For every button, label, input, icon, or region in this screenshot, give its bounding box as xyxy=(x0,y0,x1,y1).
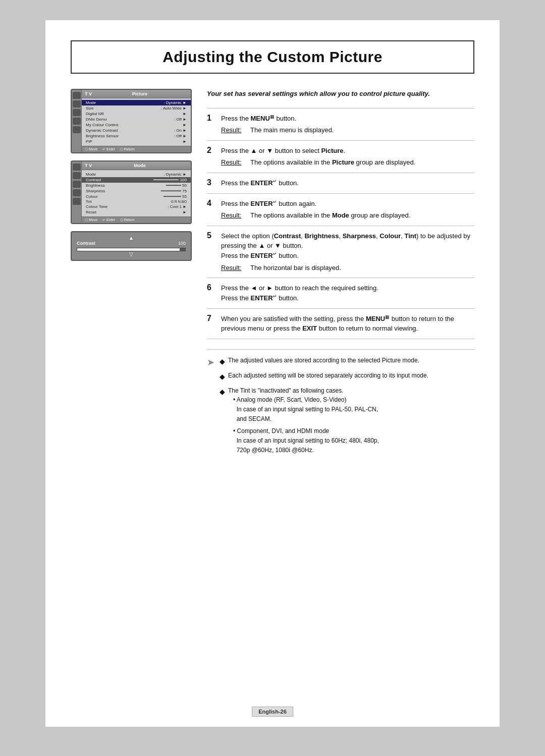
mode-bold: Mode xyxy=(332,211,349,219)
tv-menu2-row-tint-labels: Tint G R N BO xyxy=(82,199,191,204)
tv-menu2-row-colour: Colour ━━━━━━━ 55 xyxy=(82,194,191,199)
tint-bold: Tint xyxy=(404,232,416,240)
note-diamond-1: ◆ xyxy=(220,356,225,367)
tv-menu2-row-reset: Reset ► xyxy=(82,209,191,215)
footer2-return: ⬡ Return xyxy=(120,218,135,222)
tv-icon-2-1 xyxy=(73,164,81,171)
tv-icon-5 xyxy=(73,126,81,133)
row-label: Colour Tone xyxy=(86,204,107,209)
row-label: Brightness xyxy=(86,183,105,188)
tv-icon-1 xyxy=(73,92,81,99)
row-value: ━━━━━━ 50 xyxy=(166,183,187,188)
step-content-2: Press the ▲ or ▼ button to select Pictur… xyxy=(221,140,474,173)
notes-content: ◆ The adjusted values are stored accordi… xyxy=(220,356,474,459)
row-arrow: ► xyxy=(183,123,187,127)
contrast-label: Contrast xyxy=(77,241,95,246)
menu-bold-1: MENU xyxy=(251,115,270,122)
right-column: Your set has several settings which allo… xyxy=(207,89,474,459)
note-text-3-container: The Tint is "inactivated" as following c… xyxy=(228,386,379,455)
contrast-track xyxy=(77,248,186,251)
note-item-3: ◆ The Tint is "inactivated" as following… xyxy=(220,386,474,455)
step-content-4: Press the ENTER↵ button again. Result: T… xyxy=(221,193,474,226)
tv-menu-1-title: Picture xyxy=(92,91,188,96)
row-label: Colour xyxy=(86,194,98,199)
footer2-enter: ↵ Enter xyxy=(102,218,115,222)
enter-bold-4: ENTER xyxy=(251,200,273,207)
result-text-1: The main menu is displayed. xyxy=(250,125,334,135)
exit-bold: EXIT xyxy=(302,325,317,332)
result-text-2: The options available in the Picture gro… xyxy=(250,157,415,168)
result-label-2: Result: xyxy=(221,157,246,168)
tv-icon-4 xyxy=(73,118,81,125)
tv-menu2-row-brightness: Brightness ━━━━━━ 50 xyxy=(82,183,191,188)
row-value: : Off ► xyxy=(174,117,187,122)
left-column: T V Picture Mode : Dynamic ► Size : Auto… xyxy=(71,89,192,459)
row-label: My Colour Control xyxy=(86,123,118,127)
title-box: Adjusting the Custom Picture xyxy=(71,40,474,74)
contrast-bold: Contrast xyxy=(274,232,301,240)
note-diamond-2: ◆ xyxy=(220,371,225,382)
tv-icons-2 xyxy=(72,161,82,223)
tv-menu-2-footer: ⬡ Move ↵ Enter ⬡ Return xyxy=(82,217,191,223)
step-instruction-5: Select the option (Contrast, Brightness,… xyxy=(221,231,474,261)
tv-menu-row-mycolour: My Colour Control ► xyxy=(82,122,191,128)
step-num-4: 4 xyxy=(207,193,221,226)
tv-menu-2-body: Mode : Dynamic ► Contrast ━━━━━━━━━━ 100… xyxy=(82,170,191,217)
step-row-2: 2 Press the ▲ or ▼ button to select Pict… xyxy=(207,140,474,173)
tv-menu-1-footer: ⬡ Move ↵ Enter ⬡ Return xyxy=(82,146,191,152)
tv-menu-2: T V Mode Mode : Dynamic ► Contrast ━━━━━… xyxy=(71,160,192,224)
row-arrow: ► xyxy=(183,210,187,214)
tv-icons xyxy=(72,90,82,152)
tv-menu-row-dnie: DNIe Demo : Off ► xyxy=(82,117,191,122)
row-label: Dynamic Contrast xyxy=(86,128,118,133)
contrast-value: 100 xyxy=(178,241,186,246)
row-value: G R N BO xyxy=(171,200,187,203)
enter-bold-6: ENTER xyxy=(251,294,273,302)
step-instruction-2: Press the ▲ or ▼ button to select Pictur… xyxy=(221,146,474,156)
tv-menu-row-dnr: Digital NR ► xyxy=(82,111,191,117)
tv-menu2-row-mode: Mode : Dynamic ► xyxy=(82,172,191,177)
tv-menu-1-header: T V Picture xyxy=(82,90,191,98)
step-row-1: 1 Press the MENU▦ button. Result: The ma… xyxy=(207,108,474,140)
colour-bold: Colour xyxy=(379,232,401,240)
enter-sup-6: ↵ xyxy=(273,294,277,299)
note-item-2: ◆ Each adjusted setting will be stored s… xyxy=(220,371,474,382)
tv-icon-2-2 xyxy=(73,172,81,179)
enter-bold-3: ENTER xyxy=(251,179,273,187)
step-num-1: 1 xyxy=(207,108,221,140)
note-diamond-3: ◆ xyxy=(220,387,225,455)
enter-sup-3: ↵ xyxy=(273,179,277,184)
tv-menu-row-brightness-sensor: Brightness Sensor : Off ► xyxy=(82,133,191,139)
content-area: T V Picture Mode : Dynamic ► Size : Auto… xyxy=(71,89,474,459)
row-value: ━━━━━━━━ 75 xyxy=(161,189,187,193)
tv-icon-2-4 xyxy=(73,189,81,196)
row-value: : Dynamic ► xyxy=(164,172,187,177)
page: Adjusting the Custom Picture T V xyxy=(45,20,500,727)
tv-menu-2-content: T V Mode Mode : Dynamic ► Contrast ━━━━━… xyxy=(82,161,191,223)
step-row-5: 5 Select the option (Contrast, Brightnes… xyxy=(207,226,474,278)
intro-text: Your set has several settings which allo… xyxy=(207,89,474,99)
tv-menu-2-with-icons: T V Mode Mode : Dynamic ► Contrast ━━━━━… xyxy=(72,161,191,223)
menu-sup-1: ▦ xyxy=(270,114,275,119)
note-text-2: Each adjusted setting will be stored sep… xyxy=(228,371,474,382)
row-label: Reset xyxy=(86,210,96,214)
step-instruction-7: When you are satisfied with the setting,… xyxy=(221,314,474,334)
enter-bold-5: ENTER xyxy=(251,252,273,259)
row-label: PIP xyxy=(86,139,92,144)
note-sub-1: • Analog mode (RF, Scart, Video, S-Video… xyxy=(233,395,379,424)
tv-icon-2-3 xyxy=(73,181,81,188)
contrast-label-row: Contrast 100 xyxy=(77,241,186,246)
step-num-7: 7 xyxy=(207,308,221,339)
tv-menu-1-content: T V Picture Mode : Dynamic ► Size : Auto… xyxy=(82,90,191,152)
step-result-2: Result: The options available in the Pic… xyxy=(221,157,474,168)
sharpness-bold: Sharpness xyxy=(343,232,376,240)
tv-icon-2-5 xyxy=(73,198,81,205)
step-content-1: Press the MENU▦ button. Result: The main… xyxy=(221,108,474,140)
step-row-7: 7 When you are satisfied with the settin… xyxy=(207,308,474,339)
step-row-3: 3 Press the ENTER↵ button. xyxy=(207,173,474,193)
row-label: Mode xyxy=(86,172,96,177)
tv-menu-row-pip: PIP ► xyxy=(82,139,191,144)
row-label: Size xyxy=(86,106,94,111)
step-num-5: 5 xyxy=(207,226,221,278)
result-label-5: Result: xyxy=(221,263,246,273)
